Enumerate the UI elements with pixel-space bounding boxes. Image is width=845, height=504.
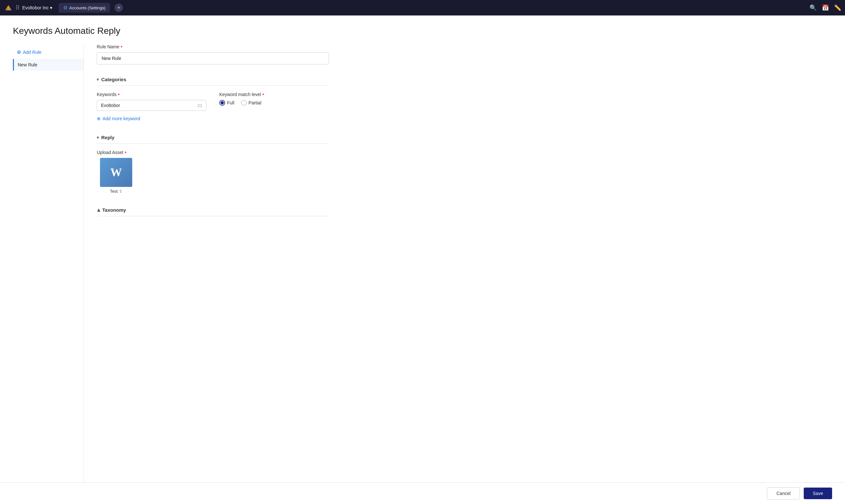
required-indicator: •	[121, 44, 123, 50]
cancel-button[interactable]: Cancel	[767, 487, 800, 500]
categories-section: ▾ Categories Keywords • Evoltobor 21	[97, 72, 329, 121]
asset-thumbnail[interactable]: W Test ⇧	[97, 158, 136, 194]
sidebar-item-new-rule[interactable]: New Rule	[13, 59, 84, 71]
partial-match-radio[interactable]	[241, 100, 247, 106]
edit-icon[interactable]: ✏️	[834, 4, 841, 11]
sidebar: ⊕ Add Rule New Rule	[13, 44, 84, 482]
plus-circle-icon: ⊕	[97, 116, 101, 121]
taxonomy-header[interactable]: ▶ Taxonomy	[97, 203, 329, 216]
page: Keywords Automatic Reply ⊕ Add Rule New …	[0, 16, 845, 504]
plus-circle-icon: ⊕	[17, 49, 21, 55]
upload-required: •	[125, 149, 127, 155]
keyword-match-required: •	[262, 91, 264, 97]
logo-icon	[4, 3, 13, 12]
categories-header[interactable]: ▾ Categories	[97, 72, 329, 86]
asset-type-icon: ⇧	[119, 189, 122, 194]
grid-icon[interactable]: ⠿	[16, 4, 20, 11]
chevron-icon: ▾	[50, 5, 52, 10]
chevron-down-icon: ▾	[97, 136, 99, 140]
content-area: ⊕ Add Rule New Rule Rule Name • ▾	[0, 44, 845, 482]
keywords-required: •	[118, 91, 120, 97]
bottom-bar: Cancel Save	[0, 482, 845, 504]
reply-section: ▾ Reply Upload Asset • W Test ⇧	[97, 130, 329, 194]
full-match-radio[interactable]	[219, 100, 225, 106]
upload-asset-label: Upload Asset •	[97, 149, 329, 155]
reply-header[interactable]: ▾ Reply	[97, 130, 329, 144]
upload-asset-container: Upload Asset • W Test ⇧	[97, 149, 329, 194]
rule-name-label: Rule Name •	[97, 44, 329, 50]
save-button[interactable]: Save	[804, 488, 832, 499]
partial-match-option[interactable]: Partial	[241, 100, 262, 106]
full-match-option[interactable]: Full	[219, 100, 235, 106]
add-tab-button[interactable]: +	[115, 3, 123, 12]
taxonomy-section: ▶ Taxonomy	[97, 203, 329, 216]
keywords-label: Keywords •	[97, 91, 206, 97]
app-name[interactable]: Evoltobor Inc ▾	[22, 5, 52, 10]
topbar-right: 🔍 📅 ✏️	[810, 4, 841, 11]
rule-name-input[interactable]	[97, 52, 329, 65]
main-form: Rule Name • ▾ Categories Keywords •	[84, 44, 342, 482]
gear-icon: ⚙	[63, 5, 67, 11]
asset-name: Test ⇧	[110, 189, 122, 194]
asset-preview: W	[100, 158, 132, 187]
add-keyword-button[interactable]: ⊕ Add more keyword	[97, 116, 329, 121]
page-title: Keywords Automatic Reply	[13, 26, 832, 36]
calendar-icon[interactable]: 📅	[822, 4, 829, 11]
accounts-settings-tab[interactable]: ⚙ Accounts (Settings)	[59, 3, 110, 13]
rule-name-section: Rule Name •	[97, 44, 329, 65]
keyword-match-label: Keyword match level •	[219, 91, 329, 97]
keyword-input[interactable]: Evoltobor 21	[97, 100, 206, 111]
chevron-right-icon: ▶	[96, 209, 101, 211]
categories-row: Keywords • Evoltobor 21 Keyword match le…	[97, 91, 329, 111]
keywords-field: Keywords • Evoltobor 21	[97, 91, 206, 111]
match-level-radio-group: Full Partial	[219, 100, 329, 106]
page-header: Keywords Automatic Reply	[0, 16, 845, 44]
search-icon[interactable]: 🔍	[810, 4, 817, 11]
chevron-down-icon: ▾	[97, 77, 99, 82]
topbar: ⠿ Evoltobor Inc ▾ ⚙ Accounts (Settings) …	[0, 0, 845, 16]
add-rule-button[interactable]: ⊕ Add Rule	[13, 47, 84, 58]
keyword-match-field: Keyword match level • Full Partial	[219, 91, 329, 106]
